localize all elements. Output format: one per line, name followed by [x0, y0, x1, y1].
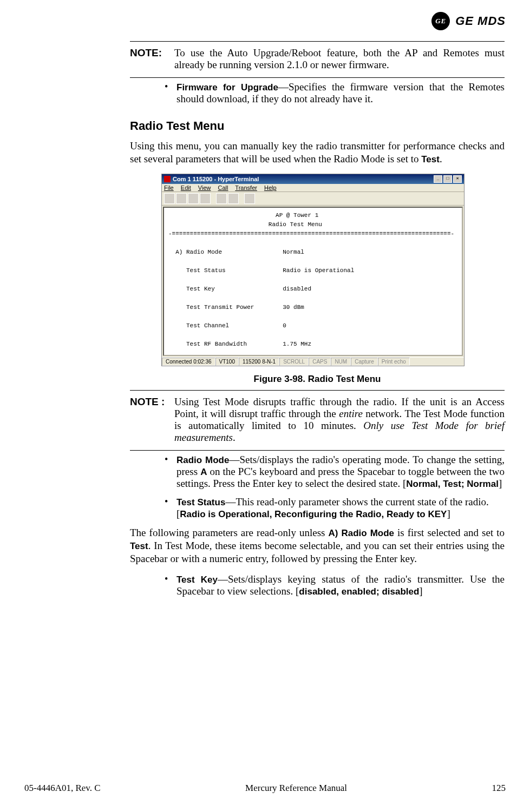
text: is first selected and set to — [394, 527, 505, 538]
text: . — [233, 432, 235, 443]
window-titlebar: Com 1 115200 - HyperTerminal _ □ × — [162, 174, 464, 184]
brand-text: GE MDS — [455, 14, 506, 28]
app-icon — [164, 176, 171, 182]
toolbar-button[interactable] — [164, 193, 175, 204]
note-block-1: NOTE: To use the Auto Upgrade/Reboot fea… — [130, 44, 505, 75]
text: Using this menu, you can manually key th… — [130, 140, 505, 164]
toolbar-button[interactable] — [244, 193, 255, 204]
rule — [130, 41, 505, 42]
note-label: NOTE: — [130, 47, 169, 71]
rule — [130, 390, 505, 391]
bullet-test-status: Test Status—This read-only parameter sho… — [165, 496, 505, 520]
text: The following parameters are read-only u… — [130, 527, 328, 538]
figure-caption: Figure 3-98. Radio Test Menu — [130, 374, 505, 385]
text: ] — [499, 478, 502, 489]
figure-terminal: Com 1 115200 - HyperTerminal _ □ × File … — [161, 174, 464, 366]
toolbar-button[interactable] — [176, 193, 187, 204]
toolbar-button[interactable] — [216, 193, 227, 204]
statusbar: Connected 0:02:36 VT100 115200 8-N-1 SCR… — [162, 357, 464, 366]
menu-file[interactable]: File — [164, 184, 174, 191]
status-cell: Capture — [351, 358, 378, 366]
note-text: To use the Auto Upgrade/Reboot feature, … — [174, 47, 505, 71]
text: . — [440, 153, 442, 164]
bullet-radio-mode: Radio Mode—Sets/displays the radio's ope… — [165, 454, 505, 490]
status-cell: NUM — [331, 358, 351, 366]
close-icon[interactable]: × — [453, 175, 462, 183]
rule — [130, 450, 505, 451]
bullet-term: Firmware for Upgrade — [176, 82, 278, 93]
menu-call[interactable]: Call — [218, 184, 228, 191]
status-cell: CAPS — [309, 358, 331, 366]
footer-right: 125 — [492, 783, 506, 794]
text: ] — [419, 585, 422, 597]
note-block-2: NOTE : Using Test Mode disrupts traffic … — [130, 393, 505, 448]
menu-view[interactable]: View — [198, 184, 211, 191]
options: Normal, Test; Normal — [406, 479, 499, 489]
rule — [130, 77, 505, 78]
status-cell: Print echo — [378, 358, 410, 366]
terminal-body: AP @ Tower 1 Radio Test Menu -==========… — [163, 207, 463, 356]
status-cell: SCROLL — [279, 358, 309, 366]
text: —This read-only parameter shows the curr… — [225, 496, 488, 507]
ge-monogram-icon: GE — [431, 12, 450, 30]
toolbar — [162, 192, 464, 206]
menubar: File Edit View Call Transfer Help — [162, 184, 464, 192]
page-footer: 05-4446A01, Rev. C Mercury Reference Man… — [24, 783, 506, 794]
toolbar-button[interactable] — [228, 193, 239, 204]
options: disabled, enabled; disabled — [299, 586, 419, 597]
bullet-firmware-upgrade: Firmware for Upgrade—Specifies the firmw… — [165, 81, 505, 105]
text: . In Test Mode, these items become selec… — [130, 540, 505, 564]
bullet-term: Test Status — [176, 497, 225, 507]
bullet-term: Test Key — [176, 575, 218, 585]
note-text: Using Test Mode disrupts traffic through… — [174, 396, 505, 444]
inline-code: Test — [421, 154, 440, 164]
bullet-term: Radio Mode — [176, 455, 229, 465]
inline-code: A) Radio Mode — [328, 528, 394, 538]
section-heading: Radio Test Menu — [130, 119, 505, 133]
footer-left: 05-4446A01, Rev. C — [24, 783, 101, 794]
text: ] — [447, 508, 450, 519]
toolbar-button[interactable] — [200, 193, 211, 204]
toolbar-button[interactable] — [188, 193, 199, 204]
minimize-icon[interactable]: _ — [434, 175, 442, 183]
maximize-icon[interactable]: □ — [443, 175, 452, 183]
menu-edit[interactable]: Edit — [181, 184, 191, 191]
bullet-test-key: Test Key—Sets/displays keying status of … — [165, 573, 505, 597]
paragraph-readonly-note: The following parameters are read-only u… — [130, 526, 505, 566]
menu-transfer[interactable]: Transfer — [235, 184, 257, 191]
emphasis: entire — [339, 408, 363, 419]
status-cell: VT100 — [215, 358, 239, 366]
inline-code: Test — [130, 541, 148, 551]
status-cell: 115200 8-N-1 — [239, 358, 279, 366]
options: Radio is Operational, Reconfiguring the … — [180, 509, 447, 519]
note-label: NOTE : — [130, 396, 169, 444]
intro-paragraph: Using this menu, you can manually key th… — [130, 140, 505, 166]
brand-logo: GE GE MDS — [431, 12, 506, 30]
hyperterminal-window: Com 1 115200 - HyperTerminal _ □ × File … — [161, 174, 464, 366]
footer-center: Mercury Reference Manual — [245, 783, 347, 794]
inline-code: A — [200, 467, 207, 477]
window-title: Com 1 115200 - HyperTerminal — [173, 176, 259, 182]
menu-help[interactable]: Help — [264, 184, 277, 191]
status-cell: Connected 0:02:36 — [162, 358, 215, 366]
